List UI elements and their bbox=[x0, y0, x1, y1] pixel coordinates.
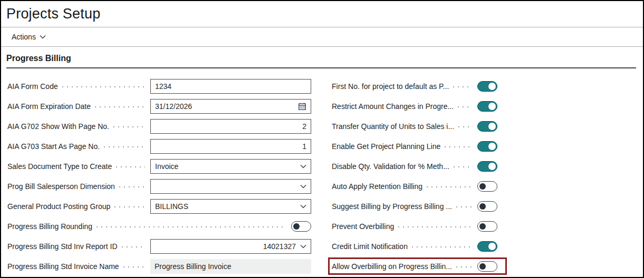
page-title: Projects Setup bbox=[6, 6, 100, 22]
select-field[interactable] bbox=[150, 179, 311, 194]
field-label: Auto Apply Retention Billing bbox=[332, 182, 422, 191]
readonly-field: Progress Billing Invoice bbox=[150, 259, 311, 274]
field-control bbox=[477, 101, 497, 112]
dotted-leader bbox=[456, 206, 472, 207]
field-label: Prog Bill Salesperson Dimension bbox=[7, 182, 115, 191]
dotted-leader bbox=[453, 86, 472, 87]
field-control bbox=[477, 201, 497, 212]
section-title[interactable]: Progress Billing bbox=[6, 54, 71, 63]
toggle-knob bbox=[293, 223, 300, 230]
field-row: Progress Billing Rounding bbox=[7, 216, 311, 236]
field-row: Credit Limit Notification bbox=[332, 236, 497, 256]
date-field[interactable]: 31/12/2026 bbox=[150, 99, 311, 114]
toggle-switch-off[interactable] bbox=[477, 261, 497, 272]
field-row: Progress Billing Std Invoice Name Progre… bbox=[7, 256, 311, 276]
field-row: Prevent Overbilling bbox=[332, 216, 497, 236]
select-field[interactable]: Invoice bbox=[150, 159, 311, 174]
dotted-leader bbox=[95, 106, 145, 107]
field-row: Prog Bill Salesperson Dimension bbox=[7, 176, 311, 196]
toggle-knob bbox=[488, 123, 496, 130]
field-label: Disable Qty. Validation for % Meth... bbox=[332, 162, 449, 171]
field-label: First No. for project to default as P... bbox=[332, 82, 449, 91]
toggle-knob bbox=[479, 203, 486, 210]
field-label: AIA Form Code bbox=[7, 82, 58, 91]
dotted-leader bbox=[62, 86, 145, 87]
field-control: Progress Billing Invoice bbox=[150, 259, 311, 274]
calendar-icon[interactable] bbox=[298, 102, 306, 111]
dotted-leader bbox=[398, 226, 472, 227]
chevron-down-icon bbox=[300, 204, 306, 208]
field-row: Suggest Billing by Progress Billing ... bbox=[332, 196, 497, 216]
field-label: Progress Billing Std Inv Report ID bbox=[7, 242, 118, 251]
projects-setup-page: Projects Setup Actions Progress Billing … bbox=[0, 0, 644, 278]
dotted-leader bbox=[454, 166, 472, 167]
toggle-knob bbox=[479, 263, 486, 270]
toggle-switch-off[interactable] bbox=[477, 221, 497, 232]
chevron-down-icon bbox=[300, 184, 306, 188]
actions-menu[interactable]: Actions bbox=[12, 33, 36, 41]
field-control bbox=[477, 121, 497, 132]
toggle-switch-on[interactable] bbox=[477, 241, 497, 252]
field-label: AIA G703 Start As Page No. bbox=[7, 142, 100, 151]
toggle-knob bbox=[488, 163, 496, 170]
field-control: BILLINGS bbox=[150, 199, 311, 214]
field-control bbox=[477, 181, 497, 192]
toggle-switch-on[interactable] bbox=[477, 121, 497, 132]
toggle-switch-off[interactable] bbox=[477, 201, 497, 212]
toggle-switch-on[interactable] bbox=[477, 101, 497, 112]
toggle-switch-on[interactable] bbox=[477, 81, 497, 92]
select-field[interactable]: BILLINGS bbox=[150, 199, 311, 214]
dotted-leader bbox=[458, 106, 472, 107]
chevron-down-icon[interactable] bbox=[40, 35, 46, 39]
field-row: AIA G702 Show With Page No. 2 bbox=[7, 116, 311, 136]
toggle-knob bbox=[488, 103, 496, 110]
dotted-leader bbox=[122, 246, 145, 247]
dotted-leader bbox=[104, 146, 145, 147]
field-control: 1234 bbox=[150, 79, 311, 94]
dotted-leader bbox=[458, 126, 472, 127]
dotted-leader bbox=[116, 166, 145, 167]
dotted-leader bbox=[113, 126, 145, 127]
dotted-leader bbox=[119, 186, 145, 187]
toggle-switch-off[interactable] bbox=[291, 221, 311, 232]
dotted-leader bbox=[412, 246, 472, 247]
toggle-switch-on[interactable] bbox=[477, 141, 497, 152]
form-column-right: First No. for project to default as P...… bbox=[332, 76, 497, 276]
section-header: Progress Billing bbox=[1, 47, 643, 63]
toggle-switch-on[interactable] bbox=[477, 161, 497, 172]
toggle-switch-off[interactable] bbox=[477, 181, 497, 192]
field-control: Invoice bbox=[150, 159, 311, 174]
field-label: Transfer Quantity of Units to Sales i... bbox=[332, 122, 454, 131]
dotted-leader bbox=[445, 146, 472, 147]
toggle-knob bbox=[488, 83, 496, 90]
chevron-down-icon bbox=[300, 244, 306, 249]
dotted-leader bbox=[456, 266, 472, 267]
actions-bar: Actions bbox=[1, 27, 643, 47]
field-label: Allow Overbilling on Progress Billin... bbox=[332, 262, 452, 271]
field-row: Allow Overbilling on Progress Billin... bbox=[332, 256, 497, 276]
dotted-leader bbox=[427, 186, 472, 187]
field-value: 2 bbox=[155, 122, 306, 131]
field-control bbox=[477, 81, 497, 92]
title-bar: Projects Setup bbox=[1, 1, 643, 27]
field-control bbox=[477, 141, 497, 152]
text-input[interactable]: 2 bbox=[150, 119, 311, 134]
field-value: 31/12/2026 bbox=[155, 102, 295, 111]
field-row: Transfer Quantity of Units to Sales i... bbox=[332, 116, 497, 136]
field-row: AIA Form Code 1234 bbox=[7, 76, 311, 96]
field-value: 1 bbox=[155, 142, 306, 151]
field-row: Sales Document Type to Create Invoice bbox=[7, 156, 311, 176]
field-row: General Product Posting Group BILLINGS bbox=[7, 196, 311, 216]
field-row: First No. for project to default as P... bbox=[332, 76, 497, 96]
field-row: AIA G703 Start As Page No. 1 bbox=[7, 136, 311, 156]
field-value: Invoice bbox=[155, 162, 296, 171]
field-control bbox=[150, 179, 311, 194]
field-value: 1234 bbox=[155, 82, 306, 91]
field-control: 14021327 bbox=[150, 239, 311, 254]
text-input[interactable]: 1 bbox=[150, 139, 311, 154]
select-field[interactable]: 14021327 bbox=[150, 239, 311, 254]
field-label: AIA Form Expiration Date bbox=[7, 102, 91, 111]
progress-billing-form: AIA Form Code 1234 AIA Form Expiration D… bbox=[1, 68, 643, 276]
text-input[interactable]: 1234 bbox=[150, 79, 311, 94]
field-control bbox=[477, 221, 497, 232]
